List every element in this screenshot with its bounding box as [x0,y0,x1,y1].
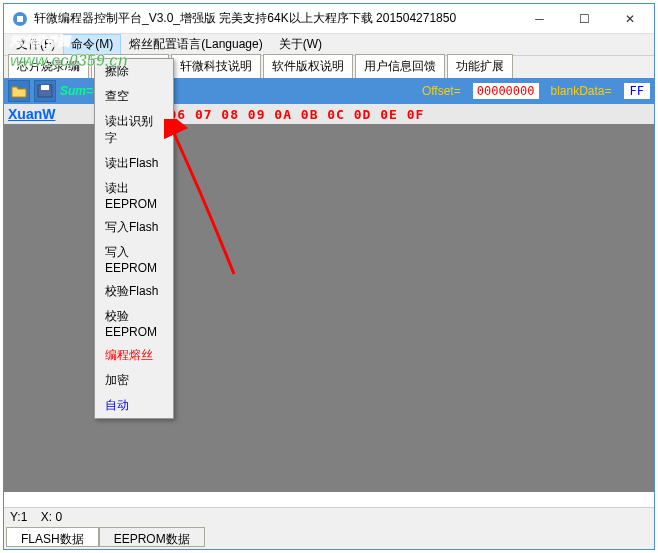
cursor-y: Y:1 [10,510,27,524]
offset-value: 00000000 [473,83,539,99]
command-dropdown: 擦除 查空 读出识别字 读出Flash 读出EEPROM 写入Flash 写入E… [94,58,174,419]
cmd-auto[interactable]: 自动 [95,393,173,418]
save-file-button[interactable] [34,80,56,102]
statusbar: Y:1 X: 0 [4,507,654,525]
cmd-lock[interactable]: 加密 [95,368,173,393]
menu-command[interactable]: 命令(M) [63,34,121,55]
blank-data-label: blankData= [551,84,612,98]
offset-label: Offset= [422,84,461,98]
menu-file[interactable]: 文件(F) [8,34,63,55]
tab-eeprom-data[interactable]: EEPROM数据 [99,527,205,547]
titlebar: 轩微编程器控制平台_V3.0_增强版 完美支持64K以上大程序下载 201504… [4,4,654,34]
cmd-read-signature[interactable]: 读出识别字 [95,109,173,151]
tab-chip-program[interactable]: 芯片烧录/编 [8,54,89,78]
maximize-button[interactable]: ☐ [562,5,607,33]
tab-xuanwei-info[interactable]: 轩微科技说明 [171,54,261,78]
menu-language[interactable]: 熔丝配置语言(Language) [121,34,270,55]
cmd-program-fuse[interactable]: 编程熔丝 [95,343,173,368]
cmd-check-blank[interactable]: 查空 [95,84,173,109]
svg-rect-3 [41,85,49,90]
blank-data-value[interactable]: FF [624,83,650,99]
cmd-read-eeprom[interactable]: 读出EEPROM [95,176,173,215]
tab-user-feedback[interactable]: 用户信息回馈 [355,54,445,78]
cmd-verify-flash[interactable]: 校验Flash [95,279,173,304]
minimize-button[interactable]: ─ [517,5,562,33]
cmd-write-eeprom[interactable]: 写入EEPROM [95,240,173,279]
cmd-read-flash[interactable]: 读出Flash [95,151,173,176]
cmd-write-flash[interactable]: 写入Flash [95,215,173,240]
cursor-x: X: 0 [41,510,62,524]
tab-copyright[interactable]: 软件版权说明 [263,54,353,78]
brand-label: XuanW [8,106,55,122]
window-controls: ─ ☐ ✕ [517,5,652,33]
close-button[interactable]: ✕ [607,5,652,33]
menu-about[interactable]: 关于(W) [271,34,330,55]
cmd-verify-eeprom[interactable]: 校验EEPROM [95,304,173,343]
folder-open-icon [11,84,27,98]
cmd-erase[interactable]: 擦除 [95,59,173,84]
tab-flash-data[interactable]: FLASH数据 [6,527,99,547]
save-icon [37,84,53,98]
main-window: 轩微编程器控制平台_V3.0_增强版 完美支持64K以上大程序下载 201504… [3,3,655,550]
window-title: 轩微编程器控制平台_V3.0_增强版 完美支持64K以上大程序下载 201504… [34,10,517,27]
open-file-button[interactable] [8,80,30,102]
bottom-tabs: FLASH数据 EEPROM数据 [4,525,654,549]
app-icon [12,11,28,27]
menubar: 文件(F) 命令(M) 熔丝配置语言(Language) 关于(W) [4,34,654,56]
tab-extensions[interactable]: 功能扩展 [447,54,513,78]
svg-rect-1 [17,16,23,22]
